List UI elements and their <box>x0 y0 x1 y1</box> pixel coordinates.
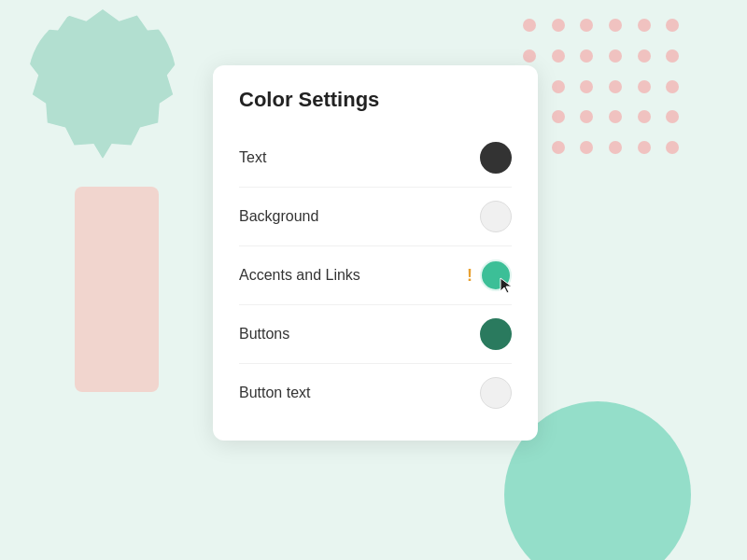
setting-row-accents: Accents and Links ! <box>239 246 512 305</box>
setting-row-text: Text <box>239 129 512 188</box>
cursor-icon <box>499 276 515 295</box>
setting-row-buttons: Buttons <box>239 305 512 364</box>
background-rect-pink <box>75 187 159 392</box>
color-swatch-buttons[interactable] <box>480 318 512 350</box>
setting-label-button-text: Button text <box>239 385 311 401</box>
background-blob-teal <box>28 9 177 159</box>
setting-label-background: Background <box>239 208 318 225</box>
setting-label-accents: Accents and Links <box>239 267 360 284</box>
card-title: Color Settings <box>239 88 512 112</box>
setting-row-button-text: Button text <box>239 364 512 422</box>
setting-label-buttons: Buttons <box>239 326 289 343</box>
svg-marker-0 <box>500 278 512 293</box>
color-swatch-accents[interactable] <box>480 259 512 291</box>
color-settings-card: Color Settings Text Background Accents a… <box>213 65 538 441</box>
color-swatch-button-text[interactable] <box>480 377 512 409</box>
setting-label-text: Text <box>239 149 266 166</box>
accents-right-group: ! <box>467 259 512 291</box>
color-swatch-text[interactable] <box>480 142 512 174</box>
background-dots-pattern <box>523 19 691 168</box>
setting-row-background: Background <box>239 188 512 246</box>
warning-icon: ! <box>467 266 472 286</box>
color-swatch-background[interactable] <box>480 201 512 232</box>
